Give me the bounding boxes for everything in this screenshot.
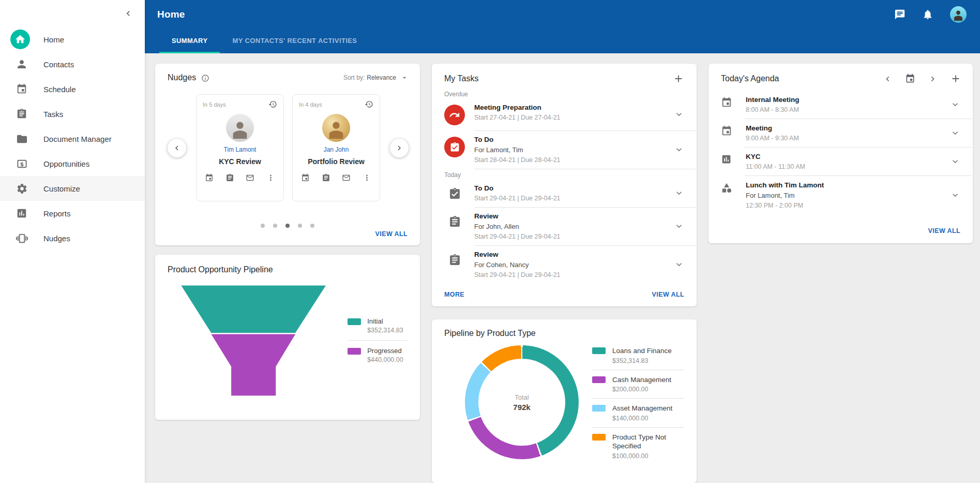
task-row[interactable]: Review For John, Allen Start 29-04-21 | … — [432, 208, 697, 245]
tasks-view-all-link[interactable]: VIEW ALL — [652, 291, 684, 298]
nudge-action-title: KYC Review — [203, 157, 277, 166]
agenda-next-day-button[interactable] — [928, 74, 938, 83]
carousel-prev-button[interactable] — [168, 139, 186, 157]
top-header: Home SUMMARY MY CONTACTS' RECENT ACTIVIT… — [145, 0, 980, 53]
agenda-title: Today's Agenda — [721, 74, 779, 83]
sidebar-item-reports[interactable]: Reports — [0, 201, 145, 226]
bar-chart-icon — [721, 154, 738, 165]
product-opportunity-pipeline-card: Product Opportunity Pipeline Initial — [155, 255, 420, 420]
home-icon — [10, 30, 30, 49]
chevron-down-icon[interactable] — [950, 190, 960, 200]
sidebar-item-label: Opportunities — [43, 159, 89, 168]
sidebar-item-opportunities[interactable]: Opportunities — [0, 151, 145, 176]
chevron-down-icon[interactable] — [674, 144, 684, 155]
nudge-due-label: In 5 days — [203, 101, 226, 108]
carousel-dot-active[interactable] — [285, 224, 290, 228]
nudges-title: Nudges — [168, 73, 196, 82]
task-row[interactable]: To Do Start 29-04-21 | Due 29-04-21 — [432, 180, 697, 207]
mail-icon[interactable] — [246, 173, 254, 182]
nudges-carousel: In 5 days Tim Lamont KYC Review — [168, 94, 409, 202]
task-row[interactable]: Review For Cohen, Nancy Start 29-04-21 |… — [432, 246, 697, 284]
tab-my-contacts-recent-activities[interactable]: MY CONTACTS' RECENT ACTIVITIES — [220, 29, 369, 53]
task-row[interactable]: To Do For Lamont, Tim Start 28-04-21 | D… — [432, 131, 697, 169]
chevron-down-icon[interactable] — [674, 109, 684, 120]
carousel-next-button[interactable] — [390, 139, 409, 157]
bar-chart-icon — [11, 208, 32, 219]
tab-summary[interactable]: SUMMARY — [159, 29, 220, 53]
sidebar-collapse-button[interactable] — [123, 8, 133, 19]
nudge-due-label: In 4 days — [299, 101, 322, 108]
user-avatar[interactable] — [950, 6, 967, 23]
tasks-more-link[interactable]: MORE — [444, 291, 464, 298]
info-icon[interactable] — [201, 73, 209, 82]
nudge-card-tim-lamont[interactable]: In 5 days Tim Lamont KYC Review — [196, 94, 284, 201]
chat-icon[interactable] — [894, 9, 906, 20]
donut-center-total: Total 792k — [465, 345, 579, 459]
sidebar-item-label: Nudges — [43, 234, 70, 243]
funnel-stage-initial[interactable] — [181, 285, 326, 332]
chevron-down-icon[interactable] — [674, 188, 684, 198]
history-icon[interactable] — [365, 100, 373, 109]
agenda-prev-day-button[interactable] — [883, 74, 893, 83]
task-row[interactable]: Meeting Preparation Start 27-04-21 | Due… — [432, 99, 697, 130]
add-task-button[interactable] — [673, 73, 684, 84]
agenda-view-all-link[interactable]: VIEW ALL — [928, 227, 960, 235]
avatar-jan-john[interactable] — [322, 114, 350, 142]
calendar-icon[interactable] — [301, 173, 310, 182]
agenda-calendar-icon[interactable] — [905, 74, 915, 84]
carousel-dot[interactable] — [310, 224, 314, 228]
agenda-row[interactable]: Meeting 9:00 AM - 9:30 AM — [708, 119, 973, 147]
calendar-icon — [11, 83, 32, 95]
chevron-down-icon[interactable] — [674, 221, 684, 231]
calendar-icon[interactable] — [205, 173, 214, 182]
avatar-tim-lamont[interactable] — [226, 114, 254, 142]
chevron-down-icon[interactable] — [950, 99, 960, 110]
tasks-section-overdue: Overdue — [432, 89, 697, 99]
sort-by-control[interactable]: Sort by: Relevance — [343, 74, 409, 82]
legend-swatch — [592, 376, 606, 383]
sidebar-item-schedule[interactable]: Schedule — [0, 77, 145, 101]
divider — [592, 398, 684, 399]
nudges-view-all-link[interactable]: VIEW ALL — [375, 230, 408, 238]
dashboard-content: Nudges Sort by: Relevance — [145, 53, 980, 483]
funnel-chart — [168, 275, 340, 405]
chevron-down-icon[interactable] — [950, 128, 960, 138]
funnel-stage-progressed[interactable] — [211, 334, 295, 396]
carousel-dot[interactable] — [298, 224, 302, 228]
carousel-dot[interactable] — [273, 224, 277, 228]
legend-swatch — [348, 318, 361, 325]
sidebar-item-nudges[interactable]: Nudges — [0, 226, 145, 251]
carousel-dot[interactable] — [261, 224, 265, 228]
contact-name-link[interactable]: Tim Lamont — [203, 146, 277, 153]
add-event-button[interactable] — [950, 73, 961, 84]
agenda-row[interactable]: Internal Meeting 8:00 AM - 8:30 AM — [708, 91, 973, 119]
legend-swatch — [348, 348, 361, 355]
chevron-down-icon[interactable] — [674, 259, 684, 270]
legend-swatch — [592, 347, 606, 354]
clipboard-icon[interactable] — [225, 173, 234, 182]
nudge-card-jan-john[interactable]: In 4 days Jan John Portfolio Review — [292, 94, 380, 201]
sidebar-item-label: Document Manager — [43, 135, 112, 143]
more-vert-icon[interactable] — [266, 173, 275, 182]
more-vert-icon[interactable] — [363, 173, 371, 182]
agenda-row[interactable]: KYC 11:00 AM - 11:30 AM — [708, 148, 973, 175]
page-title: Home — [157, 9, 185, 20]
sidebar-item-document-manager[interactable]: Document Manager — [0, 126, 145, 151]
sidebar-item-customize[interactable]: Customize — [0, 176, 145, 201]
calendar-icon — [721, 125, 738, 137]
funnel-legend: Initial $352,314.83 Progressed $440,000.… — [348, 317, 408, 363]
sidebar-item-home[interactable]: Home — [0, 27, 145, 52]
notifications-icon[interactable] — [922, 9, 933, 20]
contact-name-link[interactable]: Jan John — [299, 146, 373, 153]
tasks-title: My Tasks — [444, 74, 478, 83]
mail-icon[interactable] — [342, 173, 351, 182]
clipboard-icon[interactable] — [322, 173, 330, 182]
agenda-row[interactable]: Lunch with Tim Lamont For Lamont, Tim 12… — [708, 176, 973, 214]
chevron-down-icon[interactable] — [950, 156, 960, 167]
history-icon[interactable] — [268, 100, 277, 109]
sidebar-item-contacts[interactable]: Contacts — [0, 52, 145, 77]
donut-chart[interactable]: Total 792k — [465, 345, 579, 459]
sidebar-item-tasks[interactable]: Tasks — [0, 101, 145, 126]
nudge-action-title: Portfolio Review — [299, 157, 373, 166]
donut-legend: Loans and Finance $352,314.83 Cash Manag… — [592, 345, 684, 460]
